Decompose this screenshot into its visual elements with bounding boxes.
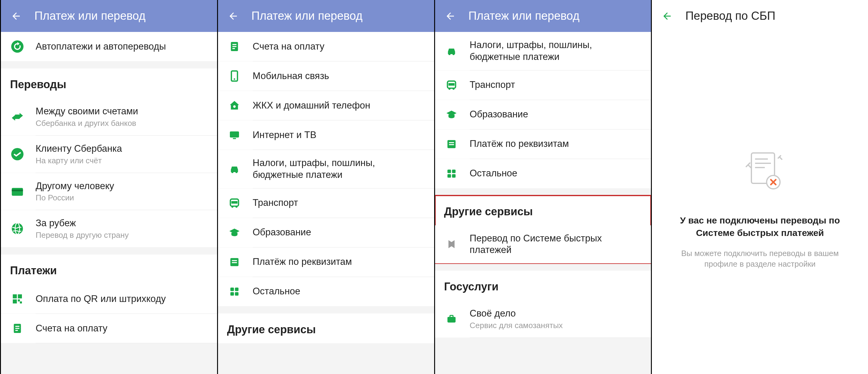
page-title: Перевод по СБП xyxy=(685,9,775,23)
empty-state: У вас не подключены переводы по Системе … xyxy=(652,32,868,374)
bus-icon xyxy=(227,196,242,210)
invoice-icon xyxy=(10,321,25,336)
row-sber-client[interactable]: Клиенту СбербанкаНа карту или счёт xyxy=(1,136,217,173)
back-button[interactable] xyxy=(444,10,456,22)
row-invoices[interactable]: Счета на оплату xyxy=(218,32,434,61)
sbp-icon xyxy=(444,237,459,251)
row-between-accounts[interactable]: Между своими счетамиСбербанка и других б… xyxy=(1,98,217,135)
briefcase-icon xyxy=(444,312,459,326)
back-button[interactable] xyxy=(227,10,239,22)
arrow-back-icon xyxy=(228,11,239,22)
row-sbp-transfer[interactable]: Перевод по Системе быстрых платежей xyxy=(435,225,651,264)
row-education[interactable]: Образование xyxy=(218,218,434,247)
row-mobile[interactable]: Мобильная связь xyxy=(218,61,434,91)
swap-icon xyxy=(10,109,25,124)
qr-icon xyxy=(10,292,25,306)
bus-icon xyxy=(444,78,459,93)
grid-icon xyxy=(227,284,242,299)
empty-heading: У вас не подключены переводы по Системе … xyxy=(665,214,854,239)
content: Счета на оплату Мобильная связь ЖКХ и до… xyxy=(218,32,434,374)
internet-icon xyxy=(227,128,242,142)
arrow-back-icon xyxy=(445,11,456,22)
screen-3: Платеж или перевод Налоги, штрафы, пошли… xyxy=(434,0,651,374)
requisites-icon xyxy=(444,137,459,151)
invoice-icon xyxy=(227,39,242,54)
row-qr-pay[interactable]: Оплата по QR или штрихкоду xyxy=(1,284,217,313)
row-education[interactable]: Образование xyxy=(435,100,651,129)
arrow-back-icon xyxy=(661,11,673,22)
row-taxes[interactable]: Налоги, штрафы, пошлины, бюджетные плате… xyxy=(435,32,651,70)
row-taxes[interactable]: Налоги, штрафы, пошлины, бюджетные плате… xyxy=(218,150,434,188)
car-icon xyxy=(227,162,242,176)
section-other-services: Другие сервисы xyxy=(435,196,651,225)
row-utilities[interactable]: ЖКХ и домашний телефон xyxy=(218,91,434,120)
row-other[interactable]: Остальное xyxy=(218,277,434,306)
row-transport[interactable]: Транспорт xyxy=(218,189,434,218)
section-transfers: Переводы xyxy=(1,68,217,98)
page-title: Платеж или перевод xyxy=(34,9,146,23)
row-requisites[interactable]: Платёж по реквизитам xyxy=(435,130,651,159)
row-autopayments[interactable]: Автоплатежи и автопереводы xyxy=(1,32,217,61)
label: Автоплатежи и автопереводы xyxy=(36,41,208,53)
grid-icon xyxy=(444,166,459,181)
row-invoices[interactable]: Счета на оплату xyxy=(1,314,217,343)
screen-2: Платеж или перевод Счета на оплату Мобил… xyxy=(217,0,434,374)
content: Автоплатежи и автопереводы Переводы Межд… xyxy=(1,32,217,374)
education-icon xyxy=(444,107,459,122)
row-internet[interactable]: Интернет и ТВ xyxy=(218,121,434,149)
card-icon xyxy=(10,184,25,199)
section-payments: Платежи xyxy=(1,254,217,284)
document-error-icon xyxy=(733,147,787,196)
page-title: Платеж или перевод xyxy=(251,9,363,23)
header: Платеж или перевод xyxy=(1,0,217,32)
sber-icon xyxy=(10,147,25,162)
row-requisites[interactable]: Платёж по реквизитам xyxy=(218,247,434,277)
back-button[interactable] xyxy=(10,10,22,22)
empty-subtext: Вы можете подключить переводы в вашем пр… xyxy=(675,248,845,269)
row-other-person[interactable]: Другому человекуПо России xyxy=(1,173,217,210)
phone-icon xyxy=(227,69,242,83)
back-button[interactable] xyxy=(661,10,673,22)
screen-1: Платеж или перевод Автоплатежи и автопер… xyxy=(0,0,217,374)
row-own-business[interactable]: Своё делоСервис для самозанятых xyxy=(435,300,651,338)
section-other-services: Другие сервисы xyxy=(218,313,434,343)
page-title: Платеж или перевод xyxy=(469,9,580,23)
house-icon xyxy=(227,98,242,113)
content: Налоги, штрафы, пошлины, бюджетные плате… xyxy=(435,32,651,374)
header: Перевод по СБП xyxy=(652,0,868,32)
header: Платеж или перевод xyxy=(435,0,651,32)
refresh-icon xyxy=(10,39,25,54)
arrow-back-icon xyxy=(11,11,22,22)
car-icon xyxy=(444,44,459,58)
header: Платеж или перевод xyxy=(218,0,434,32)
highlighted-section: Другие сервисы Перевод по Системе быстры… xyxy=(435,196,651,264)
row-other[interactable]: Остальное xyxy=(435,159,651,188)
row-abroad[interactable]: За рубежПеревод в другую страну xyxy=(1,210,217,247)
requisites-icon xyxy=(227,255,242,269)
row-transport[interactable]: Транспорт xyxy=(435,71,651,100)
screen-4: Перевод по СБП У вас не подключены перев… xyxy=(651,0,868,374)
education-icon xyxy=(227,225,242,240)
section-gosuslugi: Госуслуги xyxy=(435,271,651,300)
globe-icon xyxy=(10,222,25,236)
